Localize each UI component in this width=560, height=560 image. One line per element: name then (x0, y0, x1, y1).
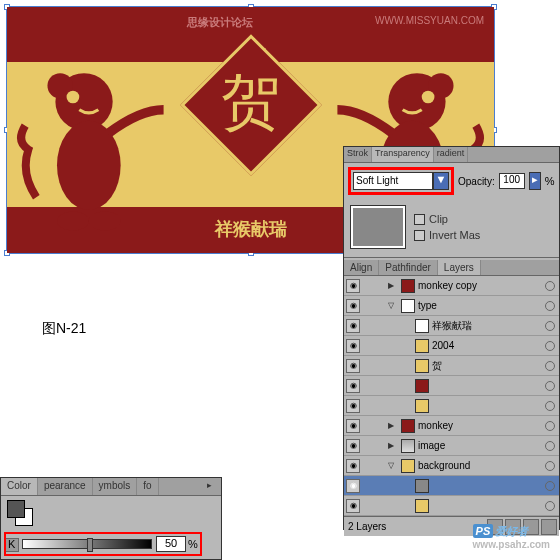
tab-symbols[interactable]: ymbols (93, 478, 138, 495)
tab-color[interactable]: Color (1, 478, 38, 495)
layer-row[interactable]: ◉ (344, 476, 559, 496)
layer-thumb (401, 279, 415, 293)
layer-thumb (415, 319, 429, 333)
layer-name: image (418, 440, 545, 451)
layer-thumb (401, 439, 415, 453)
layer-name: background (418, 460, 545, 471)
blend-dropdown-icon[interactable]: ▼ (433, 172, 449, 190)
bottom-watermark: PS爱好者 www.psahz.com (473, 522, 550, 550)
layer-row[interactable]: ◉2004 (344, 336, 559, 356)
tab-transparency[interactable]: Transparency (372, 147, 434, 162)
tab-fo[interactable]: fo (137, 478, 158, 495)
fill-swatch[interactable] (7, 500, 25, 518)
layer-thumb (415, 499, 429, 513)
visibility-icon[interactable]: ◉ (346, 459, 360, 473)
k-slider[interactable] (22, 539, 152, 549)
disclosure-icon[interactable]: ▶ (388, 281, 398, 290)
layer-thumb (401, 459, 415, 473)
layer-panel-tabs: Align Pathfinder Layers (344, 260, 559, 276)
tab-stroke[interactable]: Strok (344, 147, 372, 162)
layer-row[interactable]: ◉▶image (344, 436, 559, 456)
main-panel: Strok Transparency radient Soft Light ▼ … (343, 146, 560, 530)
watermark-url: WWW.MISSYUAN.COM (375, 15, 484, 26)
visibility-icon[interactable]: ◉ (346, 379, 360, 393)
layer-row[interactable]: ◉▶monkey copy (344, 276, 559, 296)
layer-row[interactable]: ◉▽type (344, 296, 559, 316)
k-label: K (8, 538, 22, 550)
opacity-arrow-icon[interactable]: ▸ (529, 172, 541, 190)
opacity-label: Opacity: (458, 176, 495, 187)
visibility-icon[interactable]: ◉ (346, 499, 360, 513)
disclosure-icon[interactable]: ▶ (388, 421, 398, 430)
layer-thumb (401, 299, 415, 313)
figure-label: 图N-21 (42, 320, 86, 338)
tab-align[interactable]: Align (344, 260, 379, 275)
k-value-input[interactable]: 50 (156, 536, 186, 552)
target-icon[interactable] (545, 301, 555, 311)
tab-appearance[interactable]: pearance (38, 478, 93, 495)
svg-point-11 (422, 91, 435, 104)
disclosure-icon[interactable]: ▽ (388, 301, 398, 310)
layer-thumb (415, 339, 429, 353)
layer-row[interactable]: ◉▶monkey (344, 416, 559, 436)
color-panel-tabs: Color pearance ymbols fo ▸ (1, 478, 221, 496)
blend-mode-select[interactable]: Soft Light (353, 172, 433, 190)
target-icon[interactable] (545, 341, 555, 351)
pct-label: % (188, 538, 198, 550)
clip-label: Clip (429, 213, 448, 225)
ps-logo: PS (473, 524, 494, 538)
k-slider-row: K 50 % (4, 532, 202, 556)
clip-checkbox[interactable] (414, 214, 425, 225)
blend-mode-highlight: Soft Light ▼ (348, 167, 454, 195)
tab-pathfinder[interactable]: Pathfinder (379, 260, 438, 275)
opacity-pct: % (545, 175, 555, 187)
tab-layers[interactable]: Layers (438, 260, 481, 275)
visibility-icon[interactable]: ◉ (346, 419, 360, 433)
visibility-icon[interactable]: ◉ (346, 359, 360, 373)
invert-label: Invert Mas (429, 229, 480, 241)
layer-row[interactable]: ◉ (344, 396, 559, 416)
layer-name: monkey (418, 420, 545, 431)
layer-row[interactable]: ◉祥猴献瑞 (344, 316, 559, 336)
visibility-icon[interactable]: ◉ (346, 319, 360, 333)
layer-row[interactable]: ◉贺 (344, 356, 559, 376)
visibility-icon[interactable]: ◉ (346, 339, 360, 353)
target-icon[interactable] (545, 361, 555, 371)
target-icon[interactable] (545, 461, 555, 471)
transparency-thumb[interactable] (350, 205, 406, 249)
disclosure-icon[interactable]: ▽ (388, 461, 398, 470)
slider-thumb[interactable] (87, 538, 93, 552)
disclosure-icon[interactable]: ▶ (388, 441, 398, 450)
target-icon[interactable] (545, 321, 555, 331)
opacity-input[interactable]: 100 (499, 173, 525, 189)
watermark-brand: 思缘设计论坛 (187, 15, 253, 30)
bottom-text: 祥猴献瑞 (215, 217, 287, 241)
layer-row[interactable]: ◉▽background (344, 456, 559, 476)
layer-thumb (415, 479, 429, 493)
target-icon[interactable] (545, 481, 555, 491)
color-panel: Color pearance ymbols fo ▸ K 50 % (0, 477, 222, 560)
svg-point-3 (57, 212, 89, 231)
svg-point-4 (89, 212, 121, 231)
panel-menu-icon[interactable]: ▸ (207, 480, 217, 490)
target-icon[interactable] (545, 281, 555, 291)
transparency-tabs: Strok Transparency radient (344, 147, 559, 163)
layer-name: type (418, 300, 545, 311)
layer-row[interactable]: ◉ (344, 376, 559, 396)
visibility-icon[interactable]: ◉ (346, 479, 360, 493)
visibility-icon[interactable]: ◉ (346, 279, 360, 293)
layer-row[interactable]: ◉ (344, 496, 559, 516)
target-icon[interactable] (545, 381, 555, 391)
target-icon[interactable] (545, 401, 555, 411)
tab-gradient[interactable]: radient (434, 147, 469, 162)
invert-checkbox[interactable] (414, 230, 425, 241)
swatch-box[interactable] (7, 500, 33, 526)
target-icon[interactable] (545, 441, 555, 451)
visibility-icon[interactable]: ◉ (346, 299, 360, 313)
visibility-icon[interactable]: ◉ (346, 399, 360, 413)
target-icon[interactable] (545, 501, 555, 511)
visibility-icon[interactable]: ◉ (346, 439, 360, 453)
target-icon[interactable] (545, 421, 555, 431)
layer-thumb (415, 379, 429, 393)
layer-name: monkey copy (418, 280, 545, 291)
